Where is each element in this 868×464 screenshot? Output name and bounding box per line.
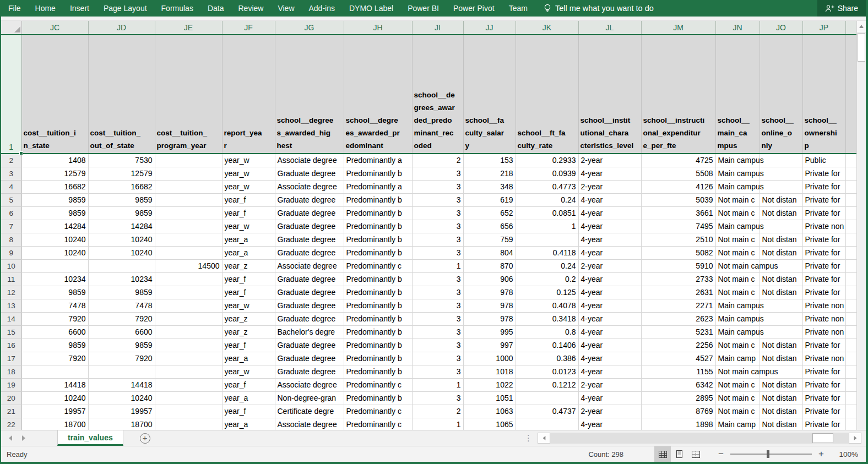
cell-JD15[interactable]: 6600 bbox=[88, 326, 155, 339]
cell-JO5[interactable]: Not distan bbox=[760, 194, 802, 207]
column-header-partial[interactable] bbox=[845, 21, 856, 35]
cell-JI10[interactable]: 1 bbox=[412, 260, 463, 273]
cell-JE12[interactable] bbox=[155, 286, 222, 299]
cell-JK22[interactable] bbox=[516, 418, 578, 430]
cell-JE20[interactable] bbox=[155, 392, 222, 405]
cell-JK14[interactable]: 0.3418 bbox=[516, 313, 578, 326]
cell-partial-8[interactable] bbox=[845, 233, 856, 247]
cell-JO21[interactable]: Not distan bbox=[760, 405, 802, 418]
cell-JK8[interactable] bbox=[516, 233, 578, 247]
cell-JH12[interactable]: Predominantly b bbox=[344, 286, 412, 299]
cell-JE8[interactable] bbox=[155, 233, 222, 247]
cell-JE2[interactable] bbox=[155, 154, 222, 167]
cell-partial-2[interactable] bbox=[845, 154, 856, 167]
column-header-JK[interactable]: JK bbox=[516, 21, 578, 35]
cell-JC12[interactable]: 9859 bbox=[21, 286, 88, 299]
cell-JK18[interactable]: 0.0123 bbox=[516, 365, 578, 379]
cell-JF12[interactable]: year_f bbox=[222, 286, 275, 299]
cell-JN2[interactable]: Main campus bbox=[715, 154, 760, 167]
header-cell-JJ1[interactable]: school__fa culty_salar y bbox=[463, 35, 516, 154]
cell-JL2[interactable]: 2-year bbox=[578, 154, 641, 167]
cell-JG4[interactable]: Associate degree bbox=[275, 181, 344, 194]
cell-JG3[interactable]: Graduate degree bbox=[275, 167, 344, 181]
cell-JC7[interactable]: 14284 bbox=[21, 220, 88, 233]
cell-JH16[interactable]: Predominantly b bbox=[344, 339, 412, 352]
cell-JC16[interactable]: 9859 bbox=[21, 339, 88, 352]
cell-JL9[interactable]: 4-year bbox=[578, 247, 641, 260]
cell-JC2[interactable]: 1408 bbox=[21, 154, 88, 167]
cell-JD14[interactable]: 7920 bbox=[88, 313, 155, 326]
cell-partial-19[interactable] bbox=[845, 379, 856, 392]
cell-JN11[interactable]: Not main c bbox=[715, 273, 760, 286]
cell-JP19[interactable]: Private for bbox=[802, 379, 845, 392]
column-header-JE[interactable]: JE bbox=[155, 21, 222, 35]
row-header-7[interactable]: 7 bbox=[1, 220, 21, 233]
row-header-8[interactable]: 8 bbox=[1, 233, 21, 247]
cell-JP16[interactable]: Private for bbox=[802, 339, 845, 352]
cell-JC9[interactable]: 10240 bbox=[21, 247, 88, 260]
cell-JF3[interactable]: year_w bbox=[222, 167, 275, 181]
cell-JM19[interactable]: 6342 bbox=[641, 379, 715, 392]
cell-JD5[interactable]: 9859 bbox=[88, 194, 155, 207]
cell-JL7[interactable]: 4-year bbox=[578, 220, 641, 233]
cell-JH15[interactable]: Predominantly b bbox=[344, 326, 412, 339]
cell-JL11[interactable]: 4-year bbox=[578, 273, 641, 286]
cell-partial-6[interactable] bbox=[845, 207, 856, 220]
cell-partial-12[interactable] bbox=[845, 286, 856, 299]
cell-JJ7[interactable]: 656 bbox=[463, 220, 516, 233]
ribbon-tab-file[interactable]: File bbox=[1, 0, 28, 17]
ribbon-tab-power-pivot[interactable]: Power Pivot bbox=[446, 0, 502, 17]
share-button[interactable]: Share bbox=[817, 0, 866, 17]
cell-partial-10[interactable] bbox=[845, 260, 856, 273]
cell-JP12[interactable]: Private for bbox=[802, 286, 845, 299]
cell-JG16[interactable]: Graduate degree bbox=[275, 339, 344, 352]
cell-JG10[interactable]: Associate degree bbox=[275, 260, 344, 273]
cell-JK17[interactable]: 0.386 bbox=[516, 352, 578, 365]
cell-JL15[interactable]: 4-year bbox=[578, 326, 641, 339]
cell-JL13[interactable]: 4-year bbox=[578, 299, 641, 313]
cell-JI11[interactable]: 3 bbox=[412, 273, 463, 286]
cell-JO14[interactable] bbox=[760, 313, 802, 326]
row-header-20[interactable]: 20 bbox=[1, 392, 21, 405]
cell-JF20[interactable]: year_a bbox=[222, 392, 275, 405]
select-all-button[interactable] bbox=[1, 21, 21, 35]
cell-partial-14[interactable] bbox=[845, 313, 856, 326]
cell-JI3[interactable]: 3 bbox=[412, 167, 463, 181]
cell-JN17[interactable]: Main camp bbox=[715, 352, 760, 365]
header-cell-JP1[interactable]: school__ ownershi p bbox=[802, 35, 845, 154]
cell-JP13[interactable]: Private non bbox=[802, 299, 845, 313]
cell-JI9[interactable]: 3 bbox=[412, 247, 463, 260]
cell-JF14[interactable]: year_z bbox=[222, 313, 275, 326]
cell-JF19[interactable]: year_f bbox=[222, 379, 275, 392]
scroll-left-button[interactable] bbox=[538, 433, 550, 444]
cell-JP7[interactable]: Private non bbox=[802, 220, 845, 233]
scroll-right-button[interactable] bbox=[849, 433, 861, 444]
cell-JF21[interactable]: year_f bbox=[222, 405, 275, 418]
cell-partial-22[interactable] bbox=[845, 418, 856, 430]
cell-JD16[interactable]: 9859 bbox=[88, 339, 155, 352]
cell-JC21[interactable]: 19957 bbox=[21, 405, 88, 418]
row-header-14[interactable]: 14 bbox=[1, 313, 21, 326]
cell-JJ5[interactable]: 619 bbox=[463, 194, 516, 207]
cell-JC8[interactable]: 10240 bbox=[21, 233, 88, 247]
cell-JE17[interactable] bbox=[155, 352, 222, 365]
ribbon-tab-dymo-label[interactable]: DYMO Label bbox=[342, 0, 400, 17]
cell-JL20[interactable]: 4-year bbox=[578, 392, 641, 405]
cell-JL3[interactable]: 4-year bbox=[578, 167, 641, 181]
sheet-tab-train-values[interactable]: train_values bbox=[57, 430, 123, 446]
cell-JI14[interactable]: 3 bbox=[412, 313, 463, 326]
cell-JM16[interactable]: 2256 bbox=[641, 339, 715, 352]
zoom-out-button[interactable]: − bbox=[716, 449, 726, 460]
cell-JJ20[interactable]: 1051 bbox=[463, 392, 516, 405]
cell-JH4[interactable]: Predominantly a bbox=[344, 181, 412, 194]
cell-JI2[interactable]: 2 bbox=[412, 154, 463, 167]
row-header-4[interactable]: 4 bbox=[1, 181, 21, 194]
cell-JJ18[interactable]: 1018 bbox=[463, 365, 516, 379]
cell-JI18[interactable]: 3 bbox=[412, 365, 463, 379]
cell-JP14[interactable]: Private non bbox=[802, 313, 845, 326]
cell-JH7[interactable]: Predominantly b bbox=[344, 220, 412, 233]
cell-JD19[interactable]: 14418 bbox=[88, 379, 155, 392]
row-header-15[interactable]: 15 bbox=[1, 326, 21, 339]
cell-JD22[interactable]: 18700 bbox=[88, 418, 155, 430]
cell-JJ17[interactable]: 1000 bbox=[463, 352, 516, 365]
